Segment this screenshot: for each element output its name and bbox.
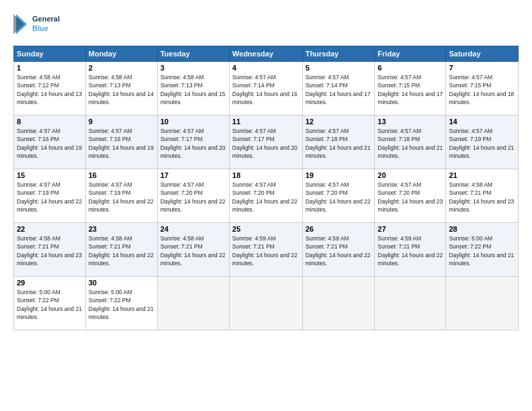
- weekday-header-tuesday: Tuesday: [157, 46, 229, 62]
- logo: General Blue: [13, 11, 67, 38]
- day-number: 7: [449, 64, 515, 72]
- calendar-cell: 27Sunrise: 4:59 AMSunset: 7:21 PMDayligh…: [375, 223, 446, 277]
- day-number: 14: [449, 118, 515, 126]
- day-number: 8: [17, 118, 83, 126]
- day-number: 13: [378, 118, 443, 126]
- calendar-week-row: 29Sunrise: 5:00 AMSunset: 7:22 PMDayligh…: [14, 277, 519, 330]
- day-info: Sunrise: 4:57 AMSunset: 7:19 PMDaylight:…: [89, 181, 154, 213]
- day-info: Sunrise: 4:57 AMSunset: 7:14 PMDaylight:…: [232, 74, 298, 105]
- calendar-cell: 12Sunrise: 4:57 AMSunset: 7:18 PMDayligh…: [302, 116, 375, 169]
- day-info: Sunrise: 4:58 AMSunset: 7:21 PMDaylight:…: [449, 181, 514, 213]
- day-info: Sunrise: 4:58 AMSunset: 7:21 PMDaylight:…: [161, 235, 226, 267]
- day-number: 5: [306, 64, 372, 72]
- calendar-week-row: 22Sunrise: 4:58 AMSunset: 7:21 PMDayligh…: [14, 223, 519, 277]
- day-number: 17: [161, 171, 226, 179]
- day-number: 19: [306, 171, 372, 179]
- svg-text:General: General: [32, 15, 60, 23]
- day-info: Sunrise: 4:57 AMSunset: 7:17 PMDaylight:…: [161, 128, 226, 159]
- day-number: 10: [161, 118, 226, 126]
- day-number: 9: [89, 118, 154, 126]
- calendar-table: SundayMondayTuesdayWednesdayThursdayFrid…: [13, 46, 519, 330]
- day-info: Sunrise: 4:57 AMSunset: 7:16 PMDaylight:…: [89, 128, 154, 159]
- day-number: 11: [232, 118, 300, 126]
- page: General Blue SundayMondayTuesdayWednesda…: [0, 0, 532, 411]
- day-number: 2: [89, 64, 154, 72]
- day-number: 20: [378, 171, 443, 179]
- day-info: Sunrise: 4:58 AMSunset: 7:21 PMDaylight:…: [17, 235, 82, 267]
- day-info: Sunrise: 4:57 AMSunset: 7:19 PMDaylight:…: [17, 181, 82, 213]
- calendar-week-row: 1Sunrise: 4:58 AMSunset: 7:12 PMDaylight…: [14, 62, 519, 116]
- weekday-header-sunday: Sunday: [14, 46, 86, 62]
- calendar-cell: [375, 277, 446, 330]
- calendar-cell: 24Sunrise: 4:58 AMSunset: 7:21 PMDayligh…: [157, 223, 229, 277]
- calendar-week-row: 8Sunrise: 4:57 AMSunset: 7:16 PMDaylight…: [14, 116, 519, 169]
- day-info: Sunrise: 4:57 AMSunset: 7:20 PMDaylight:…: [378, 181, 443, 213]
- day-info: Sunrise: 4:58 AMSunset: 7:13 PMDaylight:…: [89, 74, 154, 105]
- day-number: 26: [306, 225, 372, 233]
- day-number: 22: [17, 225, 83, 233]
- calendar-week-row: 15Sunrise: 4:57 AMSunset: 7:19 PMDayligh…: [14, 169, 519, 223]
- calendar-cell: 26Sunrise: 4:59 AMSunset: 7:21 PMDayligh…: [302, 223, 375, 277]
- day-number: 18: [232, 171, 300, 179]
- day-info: Sunrise: 4:57 AMSunset: 7:18 PMDaylight:…: [378, 128, 443, 159]
- calendar-cell: [157, 277, 229, 330]
- day-info: Sunrise: 4:57 AMSunset: 7:15 PMDaylight:…: [449, 74, 514, 105]
- day-info: Sunrise: 4:57 AMSunset: 7:19 PMDaylight:…: [449, 128, 514, 159]
- calendar-cell: 8Sunrise: 4:57 AMSunset: 7:16 PMDaylight…: [14, 116, 86, 169]
- calendar-cell: 14Sunrise: 4:57 AMSunset: 7:19 PMDayligh…: [446, 116, 519, 169]
- day-number: 27: [378, 225, 443, 233]
- weekday-header-friday: Friday: [375, 46, 446, 62]
- calendar-cell: 28Sunrise: 5:00 AMSunset: 7:22 PMDayligh…: [446, 223, 519, 277]
- day-info: Sunrise: 4:59 AMSunset: 7:21 PMDaylight:…: [306, 235, 371, 267]
- calendar-cell: 15Sunrise: 4:57 AMSunset: 7:19 PMDayligh…: [14, 169, 86, 223]
- day-info: Sunrise: 4:57 AMSunset: 7:20 PMDaylight:…: [161, 181, 226, 213]
- calendar-cell: 10Sunrise: 4:57 AMSunset: 7:17 PMDayligh…: [157, 116, 229, 169]
- calendar-cell: 5Sunrise: 4:57 AMSunset: 7:14 PMDaylight…: [302, 62, 375, 116]
- weekday-header-monday: Monday: [85, 46, 157, 62]
- calendar-cell: 18Sunrise: 4:57 AMSunset: 7:20 PMDayligh…: [229, 169, 302, 223]
- calendar-cell: 29Sunrise: 5:00 AMSunset: 7:22 PMDayligh…: [14, 277, 86, 330]
- day-info: Sunrise: 4:57 AMSunset: 7:14 PMDaylight:…: [306, 74, 371, 105]
- day-info: Sunrise: 5:00 AMSunset: 7:22 PMDaylight:…: [89, 289, 154, 320]
- calendar-cell: 6Sunrise: 4:57 AMSunset: 7:15 PMDaylight…: [375, 62, 446, 116]
- logo-svg: General Blue: [13, 11, 67, 38]
- calendar-cell: [229, 277, 302, 330]
- weekday-header-thursday: Thursday: [302, 46, 375, 62]
- day-number: 25: [232, 225, 300, 233]
- day-number: 6: [378, 64, 443, 72]
- day-number: 3: [161, 64, 226, 72]
- day-number: 23: [89, 225, 154, 233]
- calendar-cell: 22Sunrise: 4:58 AMSunset: 7:21 PMDayligh…: [14, 223, 86, 277]
- calendar-cell: 4Sunrise: 4:57 AMSunset: 7:14 PMDaylight…: [229, 62, 302, 116]
- calendar-cell: 17Sunrise: 4:57 AMSunset: 7:20 PMDayligh…: [157, 169, 229, 223]
- day-info: Sunrise: 4:57 AMSunset: 7:16 PMDaylight:…: [17, 128, 82, 159]
- day-info: Sunrise: 4:58 AMSunset: 7:21 PMDaylight:…: [89, 235, 154, 267]
- calendar-cell: 1Sunrise: 4:58 AMSunset: 7:12 PMDaylight…: [14, 62, 86, 116]
- day-info: Sunrise: 5:00 AMSunset: 7:22 PMDaylight:…: [17, 289, 82, 320]
- day-number: 12: [306, 118, 372, 126]
- weekday-header-wednesday: Wednesday: [229, 46, 302, 62]
- day-number: 21: [449, 171, 515, 179]
- svg-text:Blue: Blue: [32, 24, 48, 32]
- calendar-cell: 2Sunrise: 4:58 AMSunset: 7:13 PMDaylight…: [85, 62, 157, 116]
- day-info: Sunrise: 5:00 AMSunset: 7:22 PMDaylight:…: [449, 235, 514, 267]
- calendar-cell: 20Sunrise: 4:57 AMSunset: 7:20 PMDayligh…: [375, 169, 446, 223]
- day-number: 4: [232, 64, 300, 72]
- day-number: 15: [17, 171, 83, 179]
- day-info: Sunrise: 4:59 AMSunset: 7:21 PMDaylight:…: [378, 235, 443, 267]
- day-info: Sunrise: 4:57 AMSunset: 7:15 PMDaylight:…: [378, 74, 443, 105]
- day-info: Sunrise: 4:58 AMSunset: 7:13 PMDaylight:…: [161, 74, 226, 105]
- day-info: Sunrise: 4:57 AMSunset: 7:20 PMDaylight:…: [232, 181, 298, 213]
- day-number: 1: [17, 64, 83, 72]
- day-number: 28: [449, 225, 515, 233]
- header: General Blue: [13, 11, 519, 38]
- day-number: 16: [89, 171, 154, 179]
- calendar-cell: 25Sunrise: 4:59 AMSunset: 7:21 PMDayligh…: [229, 223, 302, 277]
- day-number: 24: [161, 225, 226, 233]
- calendar-cell: 23Sunrise: 4:58 AMSunset: 7:21 PMDayligh…: [85, 223, 157, 277]
- day-info: Sunrise: 4:58 AMSunset: 7:12 PMDaylight:…: [17, 74, 82, 105]
- day-info: Sunrise: 4:59 AMSunset: 7:21 PMDaylight:…: [232, 235, 298, 267]
- calendar-cell: 30Sunrise: 5:00 AMSunset: 7:22 PMDayligh…: [85, 277, 157, 330]
- calendar-cell: [302, 277, 375, 330]
- day-number: 30: [89, 279, 154, 287]
